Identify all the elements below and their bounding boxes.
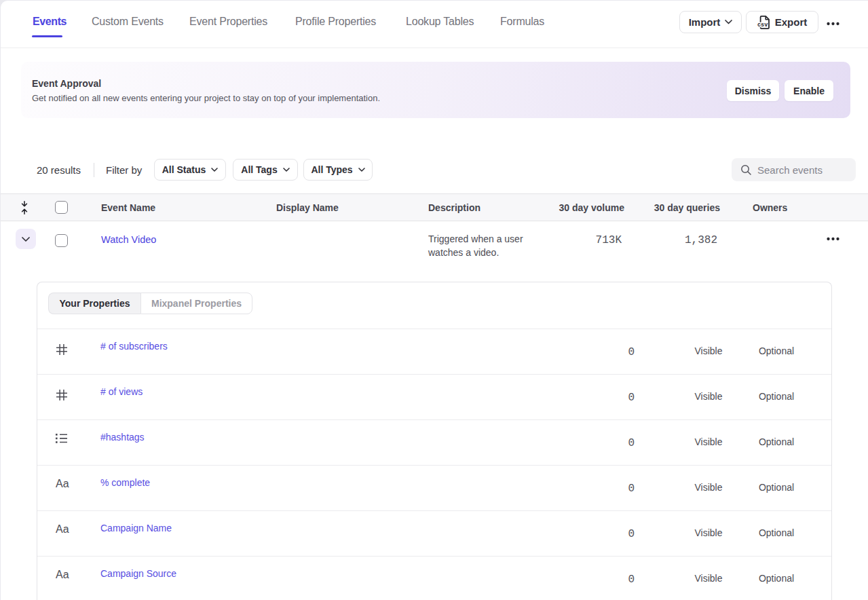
svg-text:csv: csv xyxy=(757,22,768,29)
